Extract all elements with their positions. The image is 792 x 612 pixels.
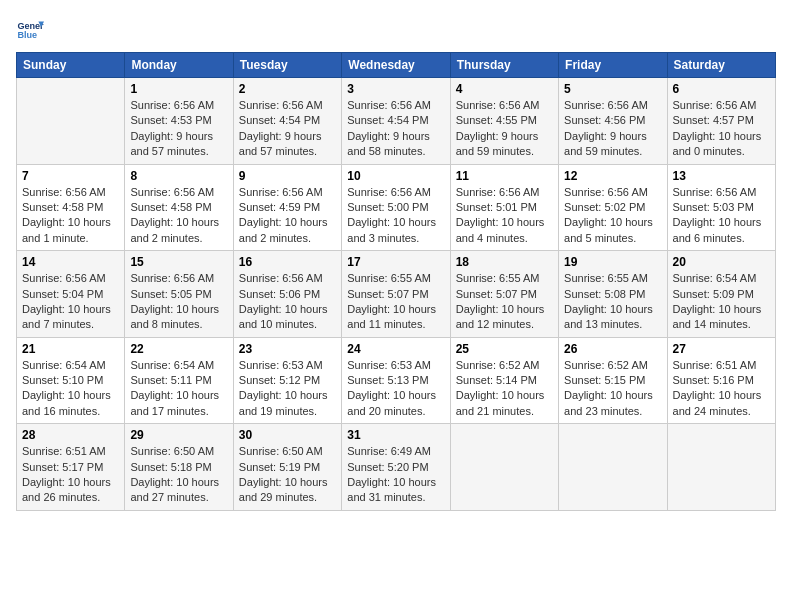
day-info: Sunrise: 6:50 AM Sunset: 5:18 PM Dayligh… [130,444,227,506]
calendar-week-4: 21Sunrise: 6:54 AM Sunset: 5:10 PM Dayli… [17,337,776,424]
day-number: 30 [239,428,336,442]
calendar-cell: 27Sunrise: 6:51 AM Sunset: 5:16 PM Dayli… [667,337,775,424]
day-info: Sunrise: 6:56 AM Sunset: 4:56 PM Dayligh… [564,98,661,160]
day-info: Sunrise: 6:56 AM Sunset: 4:55 PM Dayligh… [456,98,553,160]
day-number: 15 [130,255,227,269]
calendar-cell: 29Sunrise: 6:50 AM Sunset: 5:18 PM Dayli… [125,424,233,511]
calendar-cell: 26Sunrise: 6:52 AM Sunset: 5:15 PM Dayli… [559,337,667,424]
weekday-header-sunday: Sunday [17,53,125,78]
calendar-cell: 7Sunrise: 6:56 AM Sunset: 4:58 PM Daylig… [17,164,125,251]
calendar-cell: 14Sunrise: 6:56 AM Sunset: 5:04 PM Dayli… [17,251,125,338]
day-info: Sunrise: 6:56 AM Sunset: 4:58 PM Dayligh… [22,185,119,247]
day-info: Sunrise: 6:51 AM Sunset: 5:17 PM Dayligh… [22,444,119,506]
day-info: Sunrise: 6:50 AM Sunset: 5:19 PM Dayligh… [239,444,336,506]
day-number: 18 [456,255,553,269]
logo-icon: General Blue [16,16,44,44]
day-number: 23 [239,342,336,356]
calendar-cell [559,424,667,511]
weekday-header-monday: Monday [125,53,233,78]
day-info: Sunrise: 6:53 AM Sunset: 5:12 PM Dayligh… [239,358,336,420]
calendar-cell: 21Sunrise: 6:54 AM Sunset: 5:10 PM Dayli… [17,337,125,424]
day-number: 21 [22,342,119,356]
day-info: Sunrise: 6:56 AM Sunset: 4:58 PM Dayligh… [130,185,227,247]
calendar-cell: 22Sunrise: 6:54 AM Sunset: 5:11 PM Dayli… [125,337,233,424]
day-info: Sunrise: 6:56 AM Sunset: 4:54 PM Dayligh… [239,98,336,160]
day-info: Sunrise: 6:56 AM Sunset: 5:05 PM Dayligh… [130,271,227,333]
day-info: Sunrise: 6:56 AM Sunset: 5:03 PM Dayligh… [673,185,770,247]
calendar-cell: 18Sunrise: 6:55 AM Sunset: 5:07 PM Dayli… [450,251,558,338]
calendar-cell: 4Sunrise: 6:56 AM Sunset: 4:55 PM Daylig… [450,78,558,165]
calendar-cell: 20Sunrise: 6:54 AM Sunset: 5:09 PM Dayli… [667,251,775,338]
day-number: 24 [347,342,444,356]
calendar-cell: 6Sunrise: 6:56 AM Sunset: 4:57 PM Daylig… [667,78,775,165]
day-info: Sunrise: 6:55 AM Sunset: 5:08 PM Dayligh… [564,271,661,333]
day-number: 31 [347,428,444,442]
calendar-cell: 24Sunrise: 6:53 AM Sunset: 5:13 PM Dayli… [342,337,450,424]
day-info: Sunrise: 6:54 AM Sunset: 5:09 PM Dayligh… [673,271,770,333]
calendar-cell: 8Sunrise: 6:56 AM Sunset: 4:58 PM Daylig… [125,164,233,251]
day-number: 8 [130,169,227,183]
calendar-cell: 9Sunrise: 6:56 AM Sunset: 4:59 PM Daylig… [233,164,341,251]
calendar-cell [450,424,558,511]
weekday-header-row: SundayMondayTuesdayWednesdayThursdayFrid… [17,53,776,78]
calendar-week-1: 1Sunrise: 6:56 AM Sunset: 4:53 PM Daylig… [17,78,776,165]
weekday-header-friday: Friday [559,53,667,78]
calendar-cell: 1Sunrise: 6:56 AM Sunset: 4:53 PM Daylig… [125,78,233,165]
day-number: 29 [130,428,227,442]
calendar-cell [17,78,125,165]
logo: General Blue [16,16,46,44]
day-info: Sunrise: 6:55 AM Sunset: 5:07 PM Dayligh… [456,271,553,333]
day-number: 10 [347,169,444,183]
day-info: Sunrise: 6:56 AM Sunset: 4:59 PM Dayligh… [239,185,336,247]
calendar-week-5: 28Sunrise: 6:51 AM Sunset: 5:17 PM Dayli… [17,424,776,511]
day-info: Sunrise: 6:49 AM Sunset: 5:20 PM Dayligh… [347,444,444,506]
day-number: 5 [564,82,661,96]
calendar-cell [667,424,775,511]
day-info: Sunrise: 6:56 AM Sunset: 4:54 PM Dayligh… [347,98,444,160]
day-info: Sunrise: 6:52 AM Sunset: 5:14 PM Dayligh… [456,358,553,420]
day-number: 12 [564,169,661,183]
day-number: 17 [347,255,444,269]
day-info: Sunrise: 6:56 AM Sunset: 5:06 PM Dayligh… [239,271,336,333]
day-number: 7 [22,169,119,183]
calendar-week-2: 7Sunrise: 6:56 AM Sunset: 4:58 PM Daylig… [17,164,776,251]
calendar-cell: 5Sunrise: 6:56 AM Sunset: 4:56 PM Daylig… [559,78,667,165]
calendar-cell: 12Sunrise: 6:56 AM Sunset: 5:02 PM Dayli… [559,164,667,251]
weekday-header-wednesday: Wednesday [342,53,450,78]
calendar-cell: 17Sunrise: 6:55 AM Sunset: 5:07 PM Dayli… [342,251,450,338]
day-number: 4 [456,82,553,96]
calendar-cell: 30Sunrise: 6:50 AM Sunset: 5:19 PM Dayli… [233,424,341,511]
weekday-header-tuesday: Tuesday [233,53,341,78]
calendar-cell: 19Sunrise: 6:55 AM Sunset: 5:08 PM Dayli… [559,251,667,338]
day-number: 25 [456,342,553,356]
calendar-cell: 23Sunrise: 6:53 AM Sunset: 5:12 PM Dayli… [233,337,341,424]
calendar-cell: 11Sunrise: 6:56 AM Sunset: 5:01 PM Dayli… [450,164,558,251]
day-info: Sunrise: 6:55 AM Sunset: 5:07 PM Dayligh… [347,271,444,333]
weekday-header-thursday: Thursday [450,53,558,78]
day-info: Sunrise: 6:56 AM Sunset: 5:04 PM Dayligh… [22,271,119,333]
calendar-cell: 15Sunrise: 6:56 AM Sunset: 5:05 PM Dayli… [125,251,233,338]
day-number: 13 [673,169,770,183]
day-number: 28 [22,428,119,442]
calendar-cell: 25Sunrise: 6:52 AM Sunset: 5:14 PM Dayli… [450,337,558,424]
calendar-cell: 10Sunrise: 6:56 AM Sunset: 5:00 PM Dayli… [342,164,450,251]
day-number: 20 [673,255,770,269]
calendar-cell: 2Sunrise: 6:56 AM Sunset: 4:54 PM Daylig… [233,78,341,165]
day-info: Sunrise: 6:53 AM Sunset: 5:13 PM Dayligh… [347,358,444,420]
day-number: 9 [239,169,336,183]
day-number: 26 [564,342,661,356]
day-info: Sunrise: 6:51 AM Sunset: 5:16 PM Dayligh… [673,358,770,420]
calendar-cell: 16Sunrise: 6:56 AM Sunset: 5:06 PM Dayli… [233,251,341,338]
day-info: Sunrise: 6:56 AM Sunset: 4:57 PM Dayligh… [673,98,770,160]
day-info: Sunrise: 6:56 AM Sunset: 5:01 PM Dayligh… [456,185,553,247]
day-number: 22 [130,342,227,356]
day-number: 2 [239,82,336,96]
calendar-cell: 28Sunrise: 6:51 AM Sunset: 5:17 PM Dayli… [17,424,125,511]
day-number: 11 [456,169,553,183]
day-number: 14 [22,255,119,269]
day-number: 19 [564,255,661,269]
day-info: Sunrise: 6:56 AM Sunset: 5:00 PM Dayligh… [347,185,444,247]
day-number: 16 [239,255,336,269]
day-number: 6 [673,82,770,96]
calendar-week-3: 14Sunrise: 6:56 AM Sunset: 5:04 PM Dayli… [17,251,776,338]
